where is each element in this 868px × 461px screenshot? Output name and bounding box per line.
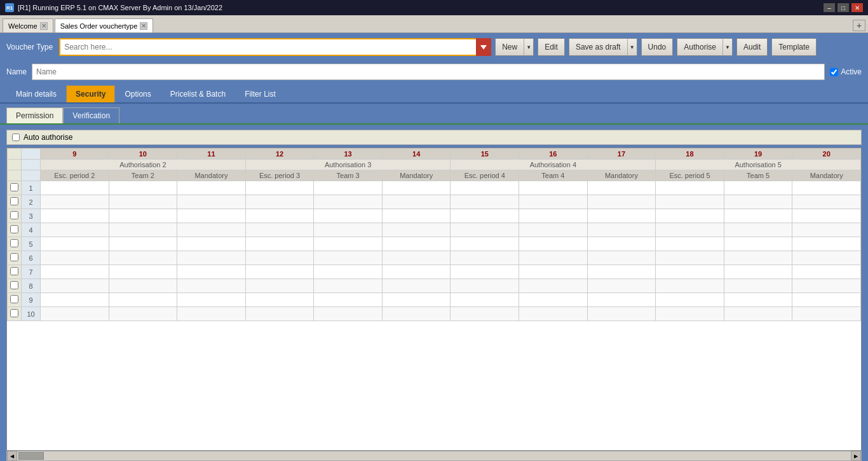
data-cell[interactable] [109,251,177,265]
edit-button[interactable]: Edit [538,38,565,56]
data-cell[interactable] [656,209,724,223]
data-cell[interactable] [451,237,519,251]
tab-welcome-close[interactable]: ✕ [40,22,48,30]
data-cell[interactable] [519,307,588,321]
data-cell[interactable] [41,251,109,265]
data-cell[interactable] [451,195,519,209]
authorise-dropdown-button[interactable]: ▼ [722,38,733,56]
data-cell[interactable] [792,223,861,237]
data-cell[interactable] [177,223,246,237]
data-cell[interactable] [41,265,109,279]
auto-authorise-checkbox[interactable] [12,134,20,141]
data-cell[interactable] [382,293,451,307]
data-cell[interactable] [451,293,519,307]
tab-filter-list[interactable]: Filter List [235,85,285,102]
sub-tab-verification[interactable]: Verification [63,107,119,123]
tab-pricelist-batch[interactable]: Pricelist & Batch [161,85,235,102]
data-cell[interactable] [177,237,246,251]
data-cell[interactable] [656,237,724,251]
data-cell[interactable] [451,265,519,279]
row-select-checkbox[interactable] [10,225,18,233]
data-cell[interactable] [314,251,383,265]
tab-security[interactable]: Security [66,85,115,102]
data-cell[interactable] [519,181,588,195]
horizontal-scrollbar[interactable]: ◀ ▶ [6,451,862,461]
data-cell[interactable] [382,251,451,265]
data-cell[interactable] [656,251,724,265]
data-cell[interactable] [314,237,383,251]
data-cell[interactable] [519,195,588,209]
data-cell[interactable] [109,237,177,251]
data-cell[interactable] [587,223,656,237]
search-input[interactable] [59,38,491,56]
data-cell[interactable] [382,279,451,293]
tab-welcome[interactable]: Welcome ✕ [3,18,53,32]
data-cell[interactable] [382,223,451,237]
scroll-right-button[interactable]: ▶ [851,451,861,461]
data-cell[interactable] [656,265,724,279]
data-cell[interactable] [382,237,451,251]
data-cell[interactable] [587,237,656,251]
data-cell[interactable] [41,181,109,195]
data-cell[interactable] [41,293,109,307]
data-cell[interactable] [792,307,861,321]
save-draft-dropdown-button[interactable]: ▼ [627,38,637,56]
data-cell[interactable] [587,293,656,307]
data-cell[interactable] [245,223,314,237]
data-cell[interactable] [314,195,383,209]
data-cell[interactable] [41,223,109,237]
tab-sales-order[interactable]: Sales Order vouchertype ✕ [55,18,154,32]
data-cell[interactable] [314,181,383,195]
data-cell[interactable] [519,237,588,251]
row-select-checkbox[interactable] [10,253,18,261]
data-cell[interactable] [177,209,246,223]
data-cell[interactable] [245,265,314,279]
data-cell[interactable] [451,279,519,293]
data-cell[interactable] [724,307,792,321]
data-cell[interactable] [587,265,656,279]
data-cell[interactable] [451,251,519,265]
data-cell[interactable] [451,209,519,223]
data-cell[interactable] [724,195,792,209]
data-cell[interactable] [245,307,314,321]
data-cell[interactable] [41,195,109,209]
data-cell[interactable] [451,307,519,321]
data-cell[interactable] [656,279,724,293]
data-cell[interactable] [382,209,451,223]
data-cell[interactable] [792,195,861,209]
row-select-checkbox[interactable] [10,295,18,303]
maximize-button[interactable]: □ [837,3,849,12]
data-cell[interactable] [314,223,383,237]
data-cell[interactable] [177,293,246,307]
data-cell[interactable] [724,265,792,279]
data-cell[interactable] [382,265,451,279]
data-cell[interactable] [177,279,246,293]
data-cell[interactable] [314,307,383,321]
data-cell[interactable] [724,223,792,237]
data-cell[interactable] [41,279,109,293]
data-cell[interactable] [177,181,246,195]
data-cell[interactable] [245,293,314,307]
scroll-left-button[interactable]: ◀ [7,451,17,461]
authorise-button[interactable]: Authorise [677,38,722,56]
data-cell[interactable] [519,251,588,265]
data-cell[interactable] [177,307,246,321]
data-cell[interactable] [587,279,656,293]
tab-sales-order-close[interactable]: ✕ [140,22,147,30]
undo-button[interactable]: Undo [641,38,674,56]
name-input[interactable] [32,64,825,80]
data-cell[interactable] [109,265,177,279]
data-cell[interactable] [587,181,656,195]
data-cell[interactable] [41,209,109,223]
data-cell[interactable] [245,195,314,209]
data-cell[interactable] [109,181,177,195]
data-cell[interactable] [724,209,792,223]
data-cell[interactable] [109,195,177,209]
data-cell[interactable] [177,251,246,265]
data-cell[interactable] [109,223,177,237]
data-cell[interactable] [792,237,861,251]
row-select-checkbox[interactable] [10,281,18,289]
new-button[interactable]: New [495,38,524,56]
data-cell[interactable] [724,251,792,265]
tab-options[interactable]: Options [115,85,160,102]
